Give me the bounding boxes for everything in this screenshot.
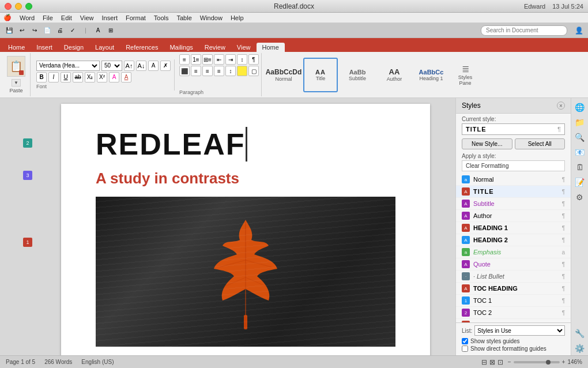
table-menu[interactable]: Table: [177, 14, 192, 21]
bullet-list-btn[interactable]: ≡: [179, 54, 190, 65]
page-marker-3[interactable]: 3: [23, 171, 32, 180]
tab-references[interactable]: References: [120, 43, 164, 52]
align-center-btn[interactable]: ≡: [191, 66, 201, 76]
window-menu[interactable]: Window: [200, 14, 223, 21]
dock-icon-2[interactable]: 📁: [573, 115, 587, 129]
tab-home[interactable]: Home: [2, 43, 31, 52]
style-subtitle[interactable]: AaBb Subtitle: [340, 58, 375, 92]
style-author[interactable]: AA Author: [377, 58, 412, 92]
italic-button[interactable]: I: [48, 72, 59, 82]
toolbar-icon-9[interactable]: ⊞: [105, 25, 116, 36]
insert-menu[interactable]: Insert: [101, 14, 118, 21]
style-item-toc2[interactable]: 2 TOC 2 ¶: [456, 307, 571, 319]
tab-review[interactable]: Review: [199, 43, 231, 52]
style-item-list-bullet[interactable]: · · List Bullet ¶: [456, 271, 571, 283]
font-color[interactable]: A: [121, 72, 131, 82]
align-left-btn[interactable]: ⬛️: [179, 66, 190, 76]
edit-menu[interactable]: Edit: [61, 14, 72, 21]
style-item-footer[interactable]: A Footer ¶: [456, 319, 571, 322]
border-btn[interactable]: ▢: [248, 66, 259, 76]
help-menu[interactable]: Help: [231, 14, 244, 21]
toolbar-icon-6[interactable]: ✓: [67, 25, 78, 36]
clear-format-btn[interactable]: ✗: [160, 61, 171, 71]
apple-menu[interactable]: 🍎: [3, 14, 12, 21]
user-icon[interactable]: 👤: [573, 25, 585, 36]
tab-insert[interactable]: Insert: [31, 43, 58, 52]
shading-btn[interactable]: [237, 66, 247, 76]
font-format-btn[interactable]: A: [148, 61, 159, 71]
subscript-button[interactable]: X₂: [85, 72, 95, 82]
font-size-select[interactable]: 50: [101, 61, 122, 71]
font-highlight[interactable]: A: [109, 72, 119, 82]
tab-design[interactable]: Design: [58, 43, 89, 52]
dock-icon-7[interactable]: ⚙: [573, 190, 587, 204]
show-direct-formatting-checkbox[interactable]: [462, 346, 468, 352]
style-heading1[interactable]: AaBbCc Heading 1: [414, 58, 448, 92]
style-item-heading2[interactable]: A HEADING 2 ¶: [456, 234, 571, 246]
format-menu[interactable]: Format: [126, 14, 146, 21]
new-style-button[interactable]: New Style...: [462, 138, 512, 149]
underline-button[interactable]: U: [61, 72, 71, 82]
dock-icon-6[interactable]: 📝: [573, 175, 587, 189]
toolbar-icon-1[interactable]: 💾: [3, 25, 15, 36]
tab-view[interactable]: View: [231, 43, 257, 52]
clear-formatting-item[interactable]: Clear Formatting: [462, 160, 565, 171]
indent-increase-btn[interactable]: ⇥: [225, 54, 236, 65]
dock-icon-9[interactable]: ⚙️: [573, 341, 587, 355]
numbered-list-btn[interactable]: 1≡: [191, 54, 201, 65]
toolbar-icon-4[interactable]: 📄: [42, 25, 53, 36]
page-marker-1[interactable]: 1: [23, 238, 32, 247]
bold-button[interactable]: B: [36, 72, 47, 82]
minimize-button[interactable]: [15, 3, 22, 10]
dock-icon-5[interactable]: 🗓: [573, 160, 587, 174]
styles-pane-btn[interactable]: ≣ StylesPane: [451, 58, 480, 92]
align-right-btn[interactable]: ≡: [202, 66, 213, 76]
styles-pane-close-button[interactable]: ×: [557, 102, 565, 110]
toolbar-icon-3[interactable]: ↪: [29, 25, 40, 36]
select-all-button[interactable]: Select All: [515, 138, 566, 149]
strikethrough-button[interactable]: ab: [73, 72, 83, 82]
show-formatting-btn[interactable]: ¶: [248, 54, 259, 65]
paste-icon[interactable]: 📋: [7, 56, 25, 77]
zoom-out-btn[interactable]: −: [508, 359, 511, 365]
dock-icon-3[interactable]: 🔍: [573, 130, 587, 144]
dock-icon-1[interactable]: 🌐: [573, 100, 587, 114]
word-menu[interactable]: Word: [20, 14, 35, 21]
style-item-quote[interactable]: A Quote ¶: [456, 258, 571, 271]
dock-icon-4[interactable]: 📧: [573, 145, 587, 159]
close-button[interactable]: [5, 3, 12, 10]
view-icon-2[interactable]: ⊠: [489, 358, 495, 366]
multilevel-list-btn[interactable]: ⊞≡: [202, 54, 213, 65]
justify-btn[interactable]: ≡: [214, 66, 224, 76]
toolbar-icon-5[interactable]: 🖨: [54, 25, 66, 36]
toolbar-icon-7[interactable]: ∣: [80, 25, 91, 36]
styles-list-select[interactable]: Styles in Use All Styles Custom: [474, 325, 565, 336]
window-controls[interactable]: [5, 3, 32, 10]
toolbar-icon-8[interactable]: A: [92, 25, 104, 36]
style-item-normal[interactable]: a Normal ¶: [456, 174, 571, 186]
dock-icon-8[interactable]: 🔧: [573, 326, 587, 340]
style-item-toc-heading[interactable]: A TOC HEADING ¶: [456, 283, 571, 295]
style-item-heading1[interactable]: A HEADING 1 ¶: [456, 222, 571, 234]
superscript-button[interactable]: X²: [97, 72, 107, 82]
maximize-button[interactable]: [25, 3, 32, 10]
paste-down-arrow[interactable]: ▼: [12, 79, 21, 87]
file-menu[interactable]: File: [43, 14, 53, 21]
view-menu[interactable]: View: [80, 14, 94, 21]
style-item-title[interactable]: A TITLE ¶: [456, 186, 571, 198]
page-marker-2[interactable]: 2: [23, 138, 32, 148]
zoom-in-btn[interactable]: +: [562, 359, 566, 365]
view-icon-3[interactable]: ⊡: [497, 358, 503, 366]
sort-btn[interactable]: ↕: [237, 54, 247, 65]
view-icon-1[interactable]: ⊟: [481, 358, 487, 366]
tab-mailings[interactable]: Mailings: [164, 43, 198, 52]
style-normal[interactable]: AaBbCcDd Normal: [266, 58, 301, 92]
font-size-decrease[interactable]: A↓: [136, 61, 146, 71]
font-family-select[interactable]: Verdana (Hea...: [36, 61, 100, 71]
zoom-slider[interactable]: [514, 361, 560, 363]
style-item-toc1[interactable]: 1 TOC 1 ¶: [456, 295, 571, 307]
indent-decrease-btn[interactable]: ⇤: [214, 54, 224, 65]
style-item-author[interactable]: A Author ¶: [456, 210, 571, 222]
tab-layout[interactable]: Layout: [89, 43, 120, 52]
line-spacing-btn[interactable]: ↕: [225, 66, 236, 76]
